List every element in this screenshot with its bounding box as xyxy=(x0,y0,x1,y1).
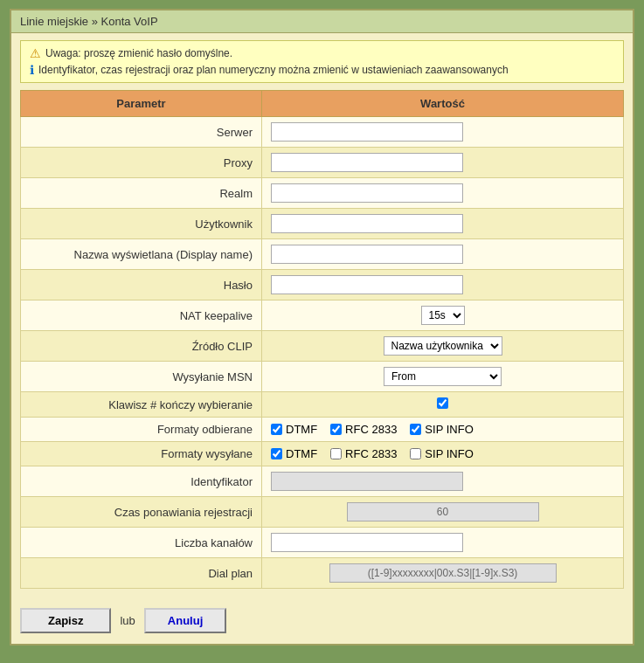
table-row: Klawisz # kończy wybieranie xyxy=(21,392,624,418)
main-container: Linie miejskie » Konta VoIP ⚠ Uwaga: pro… xyxy=(10,9,634,646)
table-row: Źródło CLIP Nazwa użytkownika Numer tele… xyxy=(21,331,624,362)
checkbox-sipinfo-send[interactable] xyxy=(410,448,421,459)
save-button[interactable]: Zapisz xyxy=(20,608,111,633)
select-msn[interactable]: From P-Preferred-Identity Remote-Party-I… xyxy=(384,367,502,386)
label-haslo: Hasło xyxy=(21,270,262,300)
table-row: Identyfikator xyxy=(21,466,624,497)
label-proxy: Proxy xyxy=(21,148,262,178)
label-liczba-kanalow: Liczba kanałów xyxy=(21,528,262,558)
checkbox-item-dtmf-send: DTMF xyxy=(271,447,317,460)
value-serwer xyxy=(262,117,624,148)
table-row: Dial plan xyxy=(21,558,624,589)
value-nat-keepalive: 15s 30s 60s off xyxy=(262,300,624,331)
checkbox-item-dtmf-recv: DTMF xyxy=(271,423,317,436)
breadcrumb-part1: Linie miejskie xyxy=(20,15,88,28)
checkbox-item-rfc2833-send: RFC 2833 xyxy=(330,447,397,460)
table-row: Proxy xyxy=(21,148,624,178)
table-row: Formaty odbierane DTMF RFC 2833 xyxy=(21,418,624,442)
value-realm xyxy=(262,178,624,209)
cancel-button[interactable]: Anuluj xyxy=(144,608,226,633)
input-proxy[interactable] xyxy=(271,153,463,172)
checkbox-group-wysylane: DTMF RFC 2833 SIP INFO xyxy=(271,447,614,460)
table-row: Liczba kanałów xyxy=(21,528,624,558)
label-uzytkownik: Użytkownik xyxy=(21,209,262,239)
value-czas-rejestracji xyxy=(262,497,624,528)
select-nat-keepalive[interactable]: 15s 30s 60s off xyxy=(421,306,465,325)
value-formaty-wysylane: DTMF RFC 2833 SIP INFO xyxy=(262,442,624,466)
checkbox-item-sipinfo-recv: SIP INFO xyxy=(410,423,473,436)
table-row: Użytkownik xyxy=(21,209,624,239)
table-row: Hasło xyxy=(21,270,624,300)
breadcrumb-separator: » xyxy=(88,15,100,28)
input-czas-rejestracji xyxy=(347,502,539,521)
label-nat-keepalive: NAT keepalive xyxy=(21,300,262,331)
input-dial-plan xyxy=(329,563,557,583)
button-row: Zapisz lub Anuluj xyxy=(11,597,633,644)
label-display-name: Nazwa wyświetlana (Display name) xyxy=(21,239,262,270)
value-dial-plan xyxy=(262,558,624,589)
label-dial-plan: Dial plan xyxy=(21,558,262,589)
input-haslo[interactable] xyxy=(271,275,463,294)
label-sipinfo-send: SIP INFO xyxy=(425,447,473,460)
input-liczba-kanalow[interactable] xyxy=(271,533,463,552)
table-row: Nazwa wyświetlana (Display name) xyxy=(21,239,624,270)
value-formaty-odbierane: DTMF RFC 2833 SIP INFO xyxy=(262,418,624,442)
label-rfc2833-send: RFC 2833 xyxy=(345,447,397,460)
label-serwer: Serwer xyxy=(21,117,262,148)
label-rfc2833-recv: RFC 2833 xyxy=(345,423,397,436)
checkbox-hash-key[interactable] xyxy=(437,397,448,409)
table-row: Serwer xyxy=(21,117,624,148)
label-formaty-wysylane: Formaty wysyłane xyxy=(21,442,262,466)
label-dtmf-send: DTMF xyxy=(286,447,317,460)
label-identyfikator: Identyfikator xyxy=(21,466,262,497)
warning-icon: ⚠ xyxy=(30,46,41,60)
lub-text: lub xyxy=(120,614,135,627)
label-sipinfo-recv: SIP INFO xyxy=(425,423,473,436)
input-display-name[interactable] xyxy=(271,245,463,264)
checkbox-rfc2833-send[interactable] xyxy=(330,448,342,459)
checkbox-rfc2833-recv[interactable] xyxy=(330,424,342,435)
header-param: Parametr xyxy=(21,91,262,117)
info-icon: ℹ xyxy=(30,63,34,77)
value-proxy xyxy=(262,148,624,178)
label-formaty-odbierane: Formaty odbierane xyxy=(21,418,262,442)
notice-info: ℹ Identyfikator, czas rejestracji oraz p… xyxy=(30,63,614,77)
table-row: Czas ponawiania rejestracji xyxy=(21,497,624,528)
value-uzytkownik xyxy=(262,209,624,239)
label-realm: Realm xyxy=(21,178,262,209)
input-serwer[interactable] xyxy=(271,122,463,142)
label-msn: Wysyłanie MSN xyxy=(21,362,262,392)
input-identyfikator xyxy=(271,472,463,491)
table-row: Wysyłanie MSN From P-Preferred-Identity … xyxy=(21,362,624,392)
input-uzytkownik[interactable] xyxy=(271,214,463,233)
value-liczba-kanalow xyxy=(262,528,624,558)
value-haslo xyxy=(262,270,624,300)
table-row: Formaty wysyłane DTMF RFC 2833 xyxy=(21,442,624,466)
table-row: Realm xyxy=(21,178,624,209)
checkbox-item-rfc2833-recv: RFC 2833 xyxy=(330,423,397,436)
header-value: Wartość xyxy=(262,91,624,117)
label-czas-rejestracji: Czas ponawiania rejestracji xyxy=(21,497,262,528)
label-hash-key: Klawisz # kończy wybieranie xyxy=(21,392,262,418)
checkbox-dtmf-recv[interactable] xyxy=(271,424,282,435)
notice-warning: ⚠ Uwaga: proszę zmienić hasło domyślne. xyxy=(30,46,614,60)
value-hash-key xyxy=(262,392,624,418)
notice-box: ⚠ Uwaga: proszę zmienić hasło domyślne. … xyxy=(20,40,624,83)
select-clip[interactable]: Nazwa użytkownika Numer telefonu Własny xyxy=(384,336,502,356)
checkbox-group-odbierane: DTMF RFC 2833 SIP INFO xyxy=(271,423,614,436)
checkbox-item-sipinfo-send: SIP INFO xyxy=(410,447,473,460)
input-realm[interactable] xyxy=(271,183,463,203)
value-msn: From P-Preferred-Identity Remote-Party-I… xyxy=(262,362,624,392)
notice-info-text: Identyfikator, czas rejestracji oraz pla… xyxy=(38,64,509,76)
checkbox-sipinfo-recv[interactable] xyxy=(410,424,421,435)
table-header-row: Parametr Wartość xyxy=(21,91,624,117)
checkbox-dtmf-send[interactable] xyxy=(271,448,282,459)
notice-warning-text: Uwaga: proszę zmienić hasło domyślne. xyxy=(45,47,232,59)
breadcrumb-part2: Konta VoIP xyxy=(101,15,158,28)
value-display-name xyxy=(262,239,624,270)
breadcrumb: Linie miejskie » Konta VoIP xyxy=(11,10,633,33)
table-row: NAT keepalive 15s 30s 60s off xyxy=(21,300,624,331)
form-table: Parametr Wartość Serwer Proxy Realm xyxy=(20,90,624,589)
label-dtmf-recv: DTMF xyxy=(286,423,317,436)
value-identyfikator xyxy=(262,466,624,497)
